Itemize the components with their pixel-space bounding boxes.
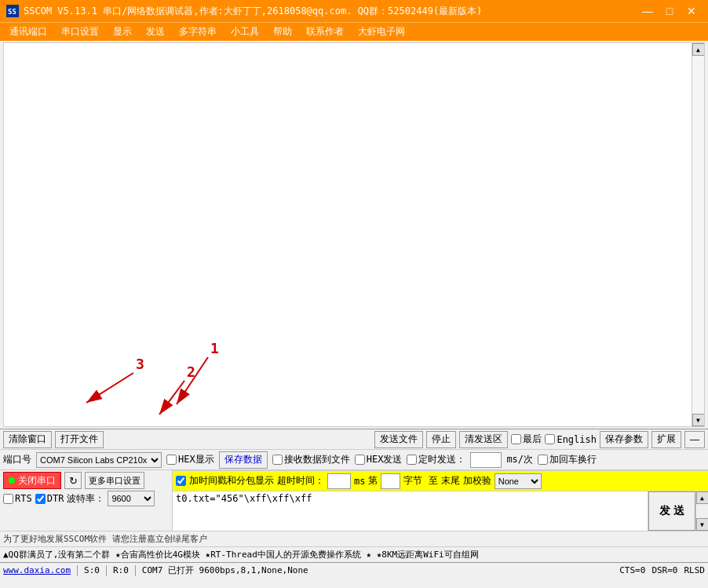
menu-help[interactable]: 帮助 bbox=[267, 24, 298, 40]
receive-to-file-checkbox[interactable] bbox=[272, 455, 283, 465]
window-controls: — □ ✕ bbox=[637, 3, 702, 19]
save-params-button[interactable]: 保存参数 bbox=[600, 431, 648, 448]
close-port-row: 关闭串口 ↻ 更多串口设置 bbox=[3, 472, 169, 489]
more-settings-button[interactable]: 更多串口设置 bbox=[85, 472, 144, 489]
svg-line-5 bbox=[177, 357, 208, 404]
save-data-button[interactable]: 保存数据 bbox=[219, 451, 268, 469]
menu-chuankou[interactable]: 串口设置 bbox=[55, 24, 105, 40]
english-check-label[interactable]: English bbox=[545, 434, 597, 445]
hex-send-label[interactable]: HEX发送 bbox=[355, 453, 403, 466]
status-divider-2 bbox=[106, 565, 107, 576]
right-scrollbar[interactable]: ▲ ▼ bbox=[692, 43, 704, 426]
info-text-1: 为了更好地发展SSCOM软件 请您注册嘉立创绿尾客户 bbox=[3, 533, 207, 545]
send-scrollbar: ▲ ▼ bbox=[695, 491, 708, 531]
svg-line-3 bbox=[86, 373, 133, 403]
menu-contact[interactable]: 联系作者 bbox=[300, 24, 350, 40]
check-select[interactable]: None bbox=[495, 473, 542, 489]
hex-timestamp-row: 加时间戳和分包显示 超时时间： 20 ms 第 1 字节 至 末尾 加校验 No… bbox=[173, 470, 708, 491]
bottom-section: 清除窗口 打开文件 发送文件 停止 清发送区 最后 English 保存参数 扩… bbox=[0, 429, 708, 578]
send-button[interactable]: 发 送 bbox=[648, 491, 695, 531]
timestamp-checkbox[interactable] bbox=[176, 476, 186, 486]
carriage-return-checkbox[interactable] bbox=[538, 455, 548, 465]
send-scroll-up[interactable]: ▲ bbox=[696, 491, 709, 504]
carriage-return-label[interactable]: 加回车换行 bbox=[538, 453, 597, 466]
end-label: 末尾 bbox=[441, 474, 460, 488]
status-bar: www.daxia.com S:0 R:0 COM7 已打开 9600bps,8… bbox=[0, 562, 708, 578]
send-scroll-down[interactable]: ▼ bbox=[696, 518, 709, 531]
refresh-button[interactable]: ↻ bbox=[64, 472, 82, 489]
hex-display-checkbox[interactable] bbox=[166, 455, 177, 465]
receive-to-file-label[interactable]: 接收数据到文件 bbox=[272, 453, 350, 466]
clear-window-button[interactable]: 清除窗口 bbox=[3, 431, 52, 448]
rlsd-status: RLSD bbox=[684, 565, 706, 575]
close-port-button[interactable]: 关闭串口 bbox=[3, 472, 61, 489]
port-row: 端口号 COM7 Silicon Labs CP210x U... HEX显示 … bbox=[0, 449, 708, 469]
last-check-label[interactable]: 最后 bbox=[511, 433, 542, 446]
send-file-button[interactable]: 发送文件 bbox=[374, 431, 423, 448]
send-area: 发 送 ▲ ▼ bbox=[173, 491, 708, 531]
clear-send-button[interactable]: 清发送区 bbox=[459, 431, 508, 448]
maximize-button[interactable]: □ bbox=[659, 3, 680, 19]
rts-checkbox[interactable] bbox=[3, 494, 13, 504]
last-checkbox[interactable] bbox=[511, 434, 521, 444]
menu-tongxun[interactable]: 通讯端口 bbox=[3, 24, 53, 40]
svg-text:1: 1 bbox=[210, 340, 219, 356]
menu-website[interactable]: 大虾电子网 bbox=[352, 24, 411, 40]
port-select[interactable]: COM7 Silicon Labs CP210x U... bbox=[36, 452, 162, 468]
close-button[interactable]: ✕ bbox=[681, 3, 702, 19]
svg-text:3: 3 bbox=[136, 356, 144, 372]
rts-check[interactable]: RTS bbox=[3, 493, 32, 504]
timestamp-label: 加时间戳和分包显示 bbox=[189, 474, 274, 488]
title-bar-left: SS SSCOM V5.13.1 串口/网络数据调试器,作者:大虾丁丁,2618… bbox=[6, 5, 482, 18]
menu-tools[interactable]: 小工具 bbox=[224, 24, 265, 40]
info-text-2: ▲QQ群满员了,没有第二个群 ★合宙高性价比4G模块 ★RT-Thread中国人… bbox=[3, 549, 479, 561]
baud-select[interactable]: 9600 bbox=[108, 491, 155, 506]
annotations-svg: 3 1 2 bbox=[4, 43, 704, 426]
r-count: R:0 bbox=[113, 565, 129, 575]
minimize-button[interactable]: — bbox=[637, 3, 658, 19]
scroll-track[interactable] bbox=[692, 56, 705, 414]
page-input[interactable]: 1 bbox=[381, 473, 400, 489]
stop-button[interactable]: 停止 bbox=[426, 431, 456, 448]
timed-send-checkbox[interactable] bbox=[407, 455, 417, 465]
minus-button[interactable]: — bbox=[684, 431, 705, 448]
timed-send-input[interactable]: 1000 bbox=[470, 452, 502, 468]
scroll-up-arrow[interactable]: ▲ bbox=[692, 43, 705, 56]
send-scroll-track bbox=[696, 504, 709, 518]
scroll-down-arrow[interactable]: ▼ bbox=[692, 414, 705, 426]
info-bar-1: 为了更好地发展SSCOM软件 请您注册嘉立创绿尾客户 bbox=[0, 531, 708, 546]
expand-button[interactable]: 扩展 bbox=[651, 431, 681, 448]
status-divider-3 bbox=[135, 565, 136, 576]
svg-text:2: 2 bbox=[187, 363, 195, 380]
byte-label: 字节 至 bbox=[403, 474, 437, 488]
timed-send-unit: ms/次 bbox=[506, 453, 533, 466]
main-display-area: ▲ ▼ 3 1 2 bbox=[3, 42, 705, 427]
app-icon: SS bbox=[6, 5, 19, 17]
english-checkbox[interactable] bbox=[545, 434, 555, 444]
hex-settings-panel: 加时间戳和分包显示 超时时间： 20 ms 第 1 字节 至 末尾 加校验 No… bbox=[173, 470, 708, 531]
hex-display-label[interactable]: HEX显示 bbox=[166, 453, 214, 466]
dtr-checkbox[interactable] bbox=[35, 494, 46, 504]
send-input[interactable] bbox=[173, 491, 648, 531]
hex-send-checkbox[interactable] bbox=[355, 455, 365, 465]
rts-dtr-row: RTS DTR 波特率： 9600 bbox=[3, 491, 169, 506]
page-label: 第 bbox=[368, 474, 378, 488]
dtr-check[interactable]: DTR bbox=[35, 493, 64, 504]
port-controls-panel: 关闭串口 ↻ 更多串口设置 RTS DTR 波特率： 9600 bbox=[0, 470, 173, 531]
cts-status: CTS=0 bbox=[619, 565, 645, 575]
svg-line-7 bbox=[159, 381, 184, 415]
port-status-text: COM7 已打开 9600bps,8,1,None,None bbox=[142, 564, 308, 576]
check-label: 加校验 bbox=[463, 474, 491, 488]
menu-multistr[interactable]: 多字符串 bbox=[173, 24, 223, 40]
bottom-toolbar: 清除窗口 打开文件 发送文件 停止 清发送区 最后 English 保存参数 扩… bbox=[0, 429, 708, 449]
timed-send-label[interactable]: 定时发送： bbox=[407, 453, 465, 466]
menu-display[interactable]: 显示 bbox=[107, 24, 138, 40]
open-file-button[interactable]: 打开文件 bbox=[55, 431, 104, 448]
status-divider-1 bbox=[77, 565, 78, 576]
menu-send[interactable]: 发送 bbox=[140, 24, 171, 40]
s-count: S:0 bbox=[84, 565, 100, 575]
menu-bar: 通讯端口 串口设置 显示 发送 多字符串 小工具 帮助 联系作者 大虾电子网 bbox=[0, 22, 708, 41]
svg-text:SS: SS bbox=[8, 8, 16, 16]
timeout-input[interactable]: 20 bbox=[327, 473, 351, 489]
website-link[interactable]: www.daxia.com bbox=[3, 565, 71, 575]
